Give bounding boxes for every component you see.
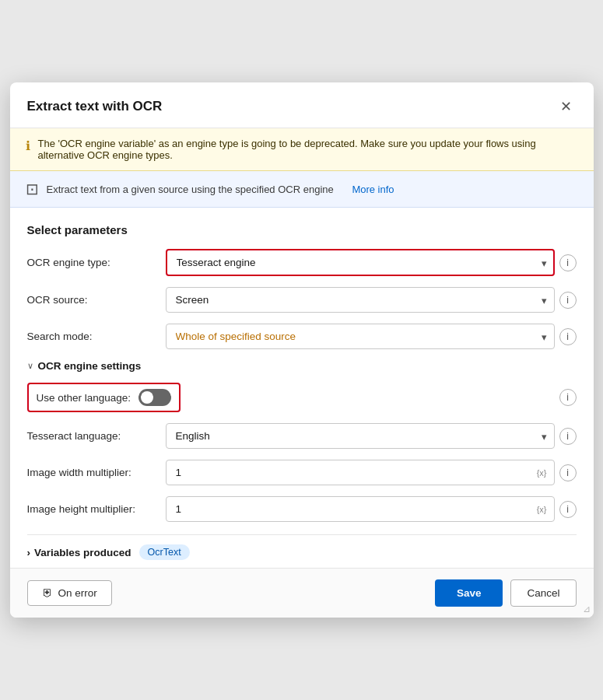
warning-text: The 'OCR engine variable' as an engine t… xyxy=(38,138,578,161)
engine-settings-section: ∨ OCR engine settings Use other language… xyxy=(27,360,577,522)
resize-handle-icon: ⊿ xyxy=(583,604,591,614)
ocr-source-row: OCR source: Screen Foreground window Ima… xyxy=(27,287,577,313)
image-height-info-button[interactable]: i xyxy=(559,501,577,518)
ocr-source-control: Screen Foreground window Image ▾ i xyxy=(166,287,577,313)
search-mode-label: Search mode: xyxy=(27,331,160,342)
ocr-source-select-wrapper: Screen Foreground window Image ▾ xyxy=(166,287,555,313)
image-height-multiplier-label: Image height multiplier: xyxy=(27,503,160,515)
close-icon: ✕ xyxy=(560,98,572,115)
engine-settings-title: OCR engine settings xyxy=(38,360,142,372)
use-other-language-toggle[interactable] xyxy=(138,389,171,406)
use-other-language-control: Use other language: i xyxy=(27,383,577,412)
ocr-engine-type-row: OCR engine type: Tesseract engine Window… xyxy=(27,249,577,276)
variables-toggle[interactable]: › Variables produced xyxy=(27,547,131,558)
tesseract-language-info-button[interactable]: i xyxy=(559,428,577,445)
use-other-language-info-button[interactable]: i xyxy=(559,389,577,406)
search-mode-control: Whole of specified source Specific subre… xyxy=(166,324,577,349)
ocr-engine-type-label: OCR engine type: xyxy=(27,257,160,268)
ocr-engine-type-select[interactable]: Tesseract engine Windows OCR engine OCR … xyxy=(166,249,555,276)
extract-text-dialog: Extract text with OCR ✕ ℹ The 'OCR engin… xyxy=(10,82,594,618)
footer-right: Save Cancel xyxy=(435,579,577,607)
variables-produced-row: › Variables produced OcrText xyxy=(27,534,577,560)
image-width-multiplier-row: Image width multiplier: {x} i xyxy=(27,460,577,485)
on-error-button[interactable]: ⛨ On error xyxy=(27,580,112,606)
use-other-language-box: Use other language: xyxy=(27,383,181,412)
image-height-input-wrapper: {x} xyxy=(166,496,555,522)
image-width-multiplier-label: Image width multiplier: xyxy=(27,467,160,478)
ocr-source-info-button[interactable]: i xyxy=(559,292,577,309)
close-button[interactable]: ✕ xyxy=(556,96,577,117)
ocr-engine-type-control: Tesseract engine Windows OCR engine OCR … xyxy=(166,249,577,276)
tesseract-language-select[interactable]: English French German Spanish xyxy=(166,423,555,449)
use-other-language-label: Use other language: xyxy=(37,392,131,404)
info-icon-6: i xyxy=(566,467,569,478)
info-icon: i xyxy=(566,257,569,268)
image-width-multiplier-control: {x} i xyxy=(166,460,577,485)
ocr-engine-type-select-wrapper: Tesseract engine Windows OCR engine OCR … xyxy=(166,249,555,276)
image-height-multiplier-control: {x} i xyxy=(166,496,577,522)
engine-settings-header[interactable]: ∨ OCR engine settings xyxy=(27,360,577,372)
use-other-language-row: Use other language: i xyxy=(27,383,577,412)
dialog-title: Extract text with OCR xyxy=(27,99,163,114)
more-info-link[interactable]: More info xyxy=(352,184,394,195)
dialog-header: Extract text with OCR ✕ xyxy=(10,82,594,128)
ocr-engine-type-info-button[interactable]: i xyxy=(559,254,577,271)
image-height-multiplier-row: Image height multiplier: {x} i xyxy=(27,496,577,522)
image-width-info-button[interactable]: i xyxy=(559,464,577,481)
toggle-slider xyxy=(138,389,171,406)
info-icon-4: i xyxy=(566,392,569,403)
info-icon-7: i xyxy=(566,504,569,515)
info-banner-text: Extract text from a given source using t… xyxy=(47,184,334,195)
info-icon-3: i xyxy=(566,331,569,342)
on-error-label: On error xyxy=(58,587,97,599)
variables-label-text: Variables produced xyxy=(34,547,131,558)
search-mode-select[interactable]: Whole of specified source Specific subre… xyxy=(166,324,555,349)
search-mode-row: Search mode: Whole of specified source S… xyxy=(27,324,577,349)
info-icon-2: i xyxy=(566,295,569,306)
save-button[interactable]: Save xyxy=(435,579,503,607)
warning-icon: ℹ xyxy=(26,138,30,153)
image-width-multiplier-input[interactable] xyxy=(166,460,555,485)
params-section-title: Select parameters xyxy=(27,223,577,236)
image-height-multiplier-input[interactable] xyxy=(166,496,555,522)
dialog-footer: ⛨ On error Save Cancel xyxy=(10,568,594,618)
tesseract-language-row: Tesseract language: English French Germa… xyxy=(27,423,577,449)
shield-icon: ⛨ xyxy=(42,587,53,599)
tesseract-language-select-wrapper: English French German Spanish ▾ xyxy=(166,423,555,449)
warning-banner: ℹ The 'OCR engine variable' as an engine… xyxy=(10,128,594,171)
variables-chevron-icon: › xyxy=(27,547,31,558)
dialog-content: Select parameters OCR engine type: Tesse… xyxy=(10,208,594,568)
collapse-chevron-icon: ∨ xyxy=(27,361,33,371)
info-icon-5: i xyxy=(566,431,569,442)
image-width-input-wrapper: {x} xyxy=(166,460,555,485)
info-banner: ⊡ Extract text from a given source using… xyxy=(10,171,594,208)
cancel-button[interactable]: Cancel xyxy=(510,579,576,607)
ocr-icon: ⊡ xyxy=(26,180,39,198)
search-mode-info-button[interactable]: i xyxy=(559,328,577,345)
tesseract-language-control: English French German Spanish ▾ i xyxy=(166,423,577,449)
search-mode-select-wrapper: Whole of specified source Specific subre… xyxy=(166,324,555,349)
ocr-text-tag: OcrText xyxy=(139,544,190,560)
ocr-source-label: OCR source: xyxy=(27,294,160,306)
tesseract-language-label: Tesseract language: xyxy=(27,430,160,442)
ocr-source-select[interactable]: Screen Foreground window Image xyxy=(166,287,555,313)
